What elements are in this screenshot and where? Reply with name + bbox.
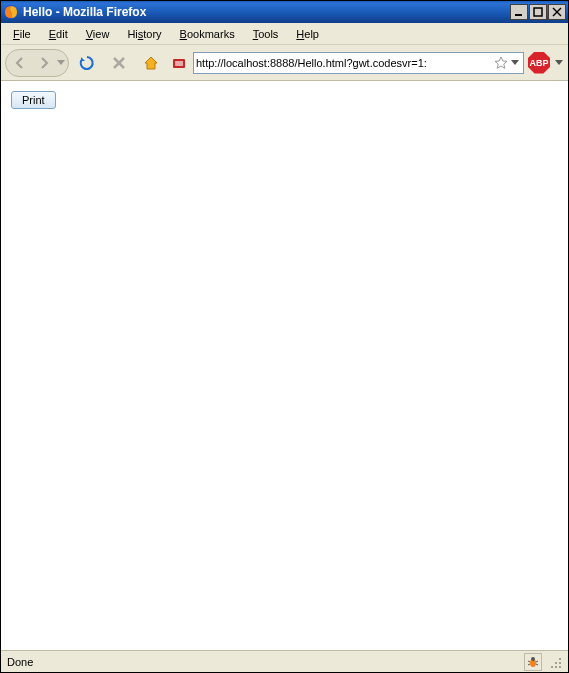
svg-rect-2 (534, 8, 542, 16)
back-button[interactable] (8, 51, 32, 75)
menu-file[interactable]: File (5, 26, 39, 42)
print-button[interactable]: Print (11, 91, 56, 109)
svg-line-13 (528, 664, 530, 665)
statusbar: Done (1, 650, 568, 672)
svg-line-12 (536, 661, 538, 662)
svg-point-10 (531, 657, 535, 661)
svg-line-11 (528, 661, 530, 662)
status-text: Done (7, 656, 518, 668)
titlebar: Hello - Mozilla Firefox (1, 1, 568, 23)
resize-grip[interactable] (548, 655, 562, 669)
address-container (169, 52, 524, 74)
adblock-dropdown[interactable] (554, 60, 564, 66)
firefox-icon (3, 4, 19, 20)
url-dropdown[interactable] (509, 60, 521, 66)
svg-point-15 (559, 658, 561, 660)
menu-bookmarks[interactable]: Bookmarks (172, 26, 243, 42)
nav-group (5, 49, 69, 77)
firebug-icon[interactable] (524, 653, 542, 671)
menu-history[interactable]: History (119, 26, 169, 42)
svg-line-14 (536, 664, 538, 665)
window-title: Hello - Mozilla Firefox (23, 5, 510, 19)
menu-help[interactable]: Help (288, 26, 327, 42)
nav-history-dropdown[interactable] (56, 60, 66, 66)
adblock-icon[interactable]: ABP (528, 52, 550, 74)
svg-point-18 (551, 666, 553, 668)
menubar: File Edit View History Bookmarks Tools H… (1, 23, 568, 45)
menu-view[interactable]: View (78, 26, 118, 42)
forward-button[interactable] (32, 51, 56, 75)
bookmark-star-icon[interactable] (493, 55, 509, 71)
minimize-button[interactable] (510, 4, 528, 20)
svg-point-16 (555, 662, 557, 664)
maximize-button[interactable] (529, 4, 547, 20)
menu-edit[interactable]: Edit (41, 26, 76, 42)
adblock-label: ABP (529, 58, 548, 68)
address-bar (193, 52, 524, 74)
window-controls (510, 4, 566, 20)
home-button[interactable] (137, 49, 165, 77)
site-identity-icon[interactable] (169, 53, 189, 73)
svg-point-19 (555, 666, 557, 668)
close-button[interactable] (548, 4, 566, 20)
svg-point-20 (559, 666, 561, 668)
page-content: Print (1, 81, 568, 650)
menu-tools[interactable]: Tools (245, 26, 287, 42)
svg-rect-8 (175, 61, 183, 66)
stop-button[interactable] (105, 49, 133, 77)
url-input[interactable] (196, 54, 493, 72)
toolbar: ABP (1, 45, 568, 81)
svg-point-17 (559, 662, 561, 664)
reload-button[interactable] (73, 49, 101, 77)
